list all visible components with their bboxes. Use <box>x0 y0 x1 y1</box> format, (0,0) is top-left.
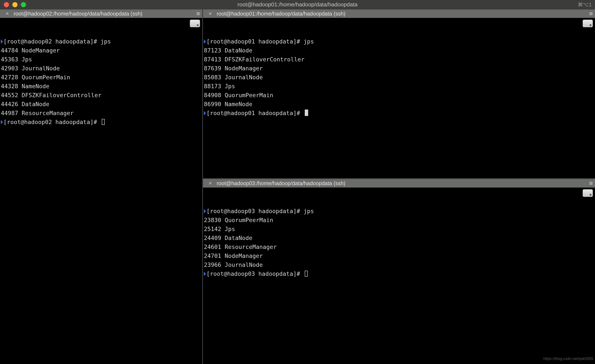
terminal-left[interactable]: [root@hadoop02 hadoopdata]# jps44784 Nod… <box>0 18 202 364</box>
output-line: 23830 QuorumPeerMain <box>204 216 594 225</box>
prompt-marker-icon <box>204 272 206 276</box>
prompt-marker-icon <box>204 209 206 213</box>
cursor-icon <box>102 119 105 125</box>
output-line: 42903 JournalNode <box>1 64 201 73</box>
tab-title-left[interactable]: root@hadoop02:/home/hadoop/data/hadoopda… <box>14 11 142 17</box>
prompt-line: [root@hadoop01 hadoopdata]# <box>204 109 594 118</box>
prompt-marker-icon <box>1 39 3 44</box>
window-minimize-button[interactable] <box>12 2 17 7</box>
output-line: 86990 NameNode <box>204 100 594 109</box>
pane-left: × root@hadoop02:/home/hadoop/data/hadoop… <box>0 9 203 364</box>
prompt-marker-icon <box>1 120 3 124</box>
session-badge-icon[interactable] <box>190 20 200 27</box>
terminal-bottom-right[interactable]: [root@hadoop03 hadoopdata]# jps23830 Quo… <box>203 188 595 364</box>
window-maximize-button[interactable] <box>21 2 26 7</box>
cursor-icon <box>305 271 308 277</box>
output-line: 87639 NodeManager <box>204 64 594 73</box>
tab-close-button[interactable]: × <box>207 11 213 17</box>
output-line: 84908 QuorumPeerMain <box>204 91 594 100</box>
output-line: 24409 DataNode <box>204 234 594 243</box>
watermark-text: https://blog.csdn.net/qxk5055 <box>543 354 593 363</box>
prompt-marker-icon <box>204 39 206 44</box>
output-line: 45363 Jps <box>1 55 201 64</box>
output-line: 25142 Jps <box>204 225 594 234</box>
tab-menu-button[interactable]: ≡ <box>196 10 200 17</box>
tab-menu-button[interactable]: ≡ <box>589 180 593 187</box>
window-titlebar[interactable]: root@hadoop01:/home/hadoop/data/hadoopda… <box>0 0 595 9</box>
pane-top-right: × root@hadoop01:/home/hadoop/data/hadoop… <box>203 9 595 178</box>
tab-bar-bottom-right: × root@hadoop03:/home/hadoop/data/hadoop… <box>203 179 595 188</box>
output-line: 23966 JournalNode <box>204 260 594 269</box>
tab-close-button[interactable]: × <box>4 11 10 17</box>
output-line: 24701 NodeManager <box>204 252 594 260</box>
prompt-line: [root@hadoop02 hadoopdata]# jps <box>1 37 201 46</box>
window-title: root@hadoop01:/home/hadoop/data/hadoopda… <box>0 1 595 8</box>
session-badge-icon[interactable] <box>583 20 593 27</box>
tab-title-top-right[interactable]: root@hadoop01:/home/hadoop/data/hadoopda… <box>217 11 346 17</box>
output-line: 44987 ResourceManager <box>1 109 201 118</box>
tab-bar-top-right: × root@hadoop01:/home/hadoop/data/hadoop… <box>203 9 595 18</box>
prompt-line: [root@hadoop02 hadoopdata]# <box>1 118 201 126</box>
cursor-icon <box>305 110 308 116</box>
traffic-lights <box>0 2 26 7</box>
terminal-window: root@hadoop01:/home/hadoop/data/hadoopda… <box>0 0 595 364</box>
tab-close-button[interactable]: × <box>207 180 213 186</box>
prompt-line: [root@hadoop01 hadoopdata]# jps <box>204 37 594 46</box>
output-line: 42728 QuorumPeerMain <box>1 73 201 82</box>
terminal-top-right[interactable]: [root@hadoop01 hadoopdata]# jps87123 Dat… <box>203 18 595 178</box>
session-badge-icon[interactable] <box>583 189 593 197</box>
window-close-button[interactable] <box>4 2 9 7</box>
output-line: 87413 DFSZKFailoverController <box>204 55 594 64</box>
tab-bar-left: × root@hadoop02:/home/hadoop/data/hadoop… <box>0 9 202 18</box>
output-line: 44328 NameNode <box>1 82 201 91</box>
output-line: 24601 ResourceManager <box>204 243 594 252</box>
split-panes: × root@hadoop02:/home/hadoop/data/hadoop… <box>0 9 595 364</box>
pane-right-column: × root@hadoop01:/home/hadoop/data/hadoop… <box>203 9 595 364</box>
window-shortcut-hint: ⌘⌥1 <box>578 2 592 8</box>
prompt-line: [root@hadoop03 hadoopdata]# jps <box>204 207 594 216</box>
prompt-marker-icon <box>204 111 206 115</box>
output-line: 85083 JournalNode <box>204 73 594 82</box>
tab-title-bottom-right[interactable]: root@hadoop03:/home/hadoop/data/hadoopda… <box>217 180 346 187</box>
prompt-line: [root@hadoop03 hadoopdata]# <box>204 269 594 278</box>
output-line: 44784 NodeManager <box>1 46 201 55</box>
output-line: 44426 DataNode <box>1 100 201 109</box>
output-line: 44552 DFSZKFailoverController <box>1 91 201 100</box>
output-line: 88173 Jps <box>204 82 594 91</box>
output-line: 87123 DataNode <box>204 46 594 55</box>
pane-bottom-right: × root@hadoop03:/home/hadoop/data/hadoop… <box>203 178 595 364</box>
tab-menu-button[interactable]: ≡ <box>589 10 593 17</box>
